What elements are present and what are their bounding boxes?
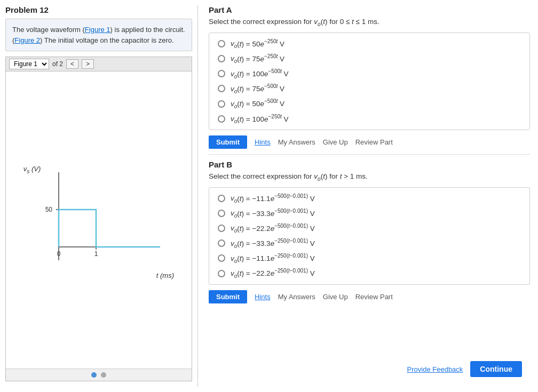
part-b-my-answers[interactable]: My Answers <box>278 293 315 301</box>
part-b-title: Part B <box>209 160 530 169</box>
radio-a4[interactable] <box>218 85 225 92</box>
radio-b6[interactable] <box>218 270 225 277</box>
part-b-options: vo(t) = −11.1e−500(t−0.001) V vo(t) = −3… <box>209 187 530 285</box>
radio-b5[interactable] <box>218 254 225 262</box>
part-b-review-part[interactable]: Review Part <box>355 293 393 301</box>
figure-of-label: of 2 <box>52 60 63 68</box>
option-a2: vo(t) = 75e−250t V <box>218 53 521 64</box>
right-panel: Part A Select the correct expression for… <box>197 5 538 387</box>
option-b4: vo(t) = −33.3e−250(t−0.001) V <box>218 238 521 249</box>
option-b6: vo(t) = −22.2e−250(t−0.001) V <box>218 268 521 278</box>
option-a1: vo(t) = 50e−250t V <box>218 38 521 49</box>
formula-a3: vo(t) = 100e−500t V <box>231 68 289 79</box>
part-b-give-up[interactable]: Give Up <box>323 293 348 301</box>
radio-a1[interactable] <box>218 40 225 47</box>
bottom-bar: Provide Feedback Continue <box>209 357 530 381</box>
radio-b4[interactable] <box>218 239 225 247</box>
figure-toolbar: Figure 1 Figure 2 of 2 < > <box>6 57 192 71</box>
formula-b5: vo(t) = −11.1e−250(t−0.001) V <box>231 253 315 263</box>
part-b-action-bar: Submit Hints My Answers Give Up Review P… <box>209 290 530 303</box>
dot-2[interactable] <box>101 372 106 378</box>
problem-title: Problem 12 <box>5 5 192 14</box>
radio-a3[interactable] <box>218 70 225 77</box>
graph-svg: 50 0 1 <box>43 167 165 274</box>
option-b2: vo(t) = −33.3e−500(t−0.001) V <box>218 208 521 219</box>
option-b3: vo(t) = −22.2e−500(t−0.001) V <box>218 223 521 234</box>
dot-1[interactable] <box>91 372 97 378</box>
figure-dots <box>6 369 192 381</box>
formula-b6: vo(t) = −22.2e−250(t−0.001) V <box>231 268 315 278</box>
part-a-submit-btn[interactable]: Submit <box>209 135 247 149</box>
radio-b1[interactable] <box>218 195 225 202</box>
left-panel: Problem 12 The voltage waveform (Figure … <box>0 5 197 387</box>
formula-a5: vo(t) = 50e−500t V <box>231 98 284 109</box>
radio-a6[interactable] <box>218 115 225 123</box>
figure-prev-btn[interactable]: < <box>66 59 78 69</box>
formula-a1: vo(t) = 50e−250t V <box>231 38 284 49</box>
formula-b4: vo(t) = −33.3e−250(t−0.001) V <box>231 238 315 249</box>
formula-b3: vo(t) = −22.2e−500(t−0.001) V <box>231 223 315 234</box>
formula-b2: vo(t) = −33.3e−500(t−0.001) V <box>231 208 315 219</box>
figure1-link[interactable]: Figure 1 <box>85 26 110 34</box>
formula-a6: vo(t) = 100e−250t V <box>231 114 289 124</box>
svg-text:50: 50 <box>45 206 53 213</box>
figure2-link[interactable]: Figure 2 <box>14 36 40 44</box>
svg-text:0: 0 <box>57 250 61 258</box>
part-a-action-bar: Submit Hints My Answers Give Up Review P… <box>209 135 530 149</box>
x-axis-label: t (ms) <box>156 271 174 279</box>
part-a-options: vo(t) = 50e−250t V vo(t) = 75e−250t V vo… <box>209 33 530 130</box>
figure-select[interactable]: Figure 1 Figure 2 <box>9 59 49 69</box>
graph-area: vs (V) 50 0 <box>21 159 176 282</box>
part-a-title: Part A <box>209 5 530 14</box>
description-text1: The voltage waveform ( <box>12 26 85 34</box>
part-a-hints-link[interactable]: Hints <box>255 138 271 146</box>
radio-a2[interactable] <box>218 55 225 62</box>
provide-feedback-link[interactable]: Provide Feedback <box>407 365 463 373</box>
option-a5: vo(t) = 50e−500t V <box>218 98 521 109</box>
option-a3: vo(t) = 100e−500t V <box>218 68 521 79</box>
description-text3: ) The initial voltage on the capacitor i… <box>40 36 174 44</box>
figure-panel: Figure 1 Figure 2 of 2 < > vs (V) <box>5 57 192 381</box>
part-b-submit-btn[interactable]: Submit <box>209 290 247 303</box>
option-a6: vo(t) = 100e−250t V <box>218 114 521 124</box>
part-a-review-part[interactable]: Review Part <box>355 138 393 146</box>
part-b-question: Select the correct expression for vo(t) … <box>209 172 530 182</box>
figure-content: vs (V) 50 0 <box>6 71 192 369</box>
formula-a4: vo(t) = 75e−500t V <box>231 83 284 94</box>
formula-a2: vo(t) = 75e−250t V <box>231 53 284 64</box>
svg-text:1: 1 <box>94 250 98 258</box>
part-b-section: Part B Select the correct expression for… <box>209 160 530 309</box>
part-b-hints-link[interactable]: Hints <box>255 293 271 301</box>
y-axis-label: vs (V) <box>23 165 41 173</box>
radio-b3[interactable] <box>218 225 225 232</box>
continue-btn[interactable]: Continue <box>470 361 522 377</box>
option-a4: vo(t) = 75e−500t V <box>218 83 521 94</box>
part-a-give-up[interactable]: Give Up <box>323 138 348 146</box>
radio-b2[interactable] <box>218 210 225 217</box>
figure-next-btn[interactable]: > <box>82 59 94 69</box>
part-a-section: Part A Select the correct expression for… <box>209 5 530 155</box>
part-a-my-answers[interactable]: My Answers <box>278 138 315 146</box>
formula-b1: vo(t) = −11.1e−500(t−0.001) V <box>231 193 315 204</box>
problem-description: The voltage waveform (Figure 1) is appli… <box>5 19 192 51</box>
radio-a5[interactable] <box>218 100 225 108</box>
part-a-question: Select the correct expression for vo(t) … <box>209 18 530 27</box>
option-b5: vo(t) = −11.1e−250(t−0.001) V <box>218 253 521 263</box>
option-b1: vo(t) = −11.1e−500(t−0.001) V <box>218 193 521 204</box>
